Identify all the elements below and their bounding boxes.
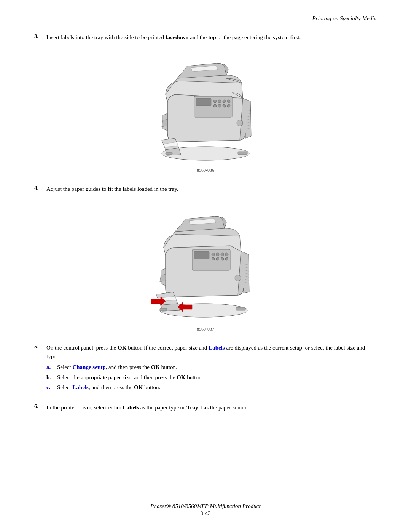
svg-rect-20 <box>166 152 172 155</box>
printer-svg-2 <box>143 204 268 322</box>
step-3-line: 3. Insert labels into the tray with the … <box>34 33 377 42</box>
svg-point-29 <box>221 257 224 260</box>
svg-rect-2 <box>196 98 211 106</box>
svg-point-24 <box>212 253 215 256</box>
sub-step-a-letter: a. <box>46 363 56 372</box>
svg-point-7 <box>218 104 221 107</box>
sub-step-b-letter: b. <box>46 373 56 382</box>
svg-point-18 <box>237 120 243 126</box>
svg-rect-19 <box>238 152 247 155</box>
footer-product-name: Phaser® 8510/8560MFP Multifunction Produ… <box>0 503 411 510</box>
step-6-block: 6. In the printer driver, select either … <box>34 403 377 412</box>
svg-rect-41 <box>160 308 167 311</box>
svg-rect-40 <box>236 307 245 310</box>
sub-step-c-text: Select Labels, and then press the OK but… <box>57 383 160 392</box>
step-5-number: 5. <box>34 343 45 350</box>
printer-image-2 <box>34 204 377 323</box>
step-4-number: 4. <box>34 185 45 191</box>
step-6-text: In the printer driver, select either Lab… <box>46 403 249 412</box>
step-5-substeps: a. Select Change setup, and then press t… <box>46 363 377 392</box>
labels-link-c: Labels <box>72 384 89 390</box>
step-5-text: On the control panel, press the OK butto… <box>46 343 377 361</box>
sub-step-c-letter: c. <box>46 383 56 392</box>
step-4-line: 4. Adjust the paper guides to fit the la… <box>34 185 377 193</box>
svg-point-30 <box>225 253 228 256</box>
sub-step-a: a. Select Change setup, and then press t… <box>46 363 377 372</box>
svg-point-3 <box>213 100 217 103</box>
step-5-line: 5. On the control panel, press the OK bu… <box>34 343 377 361</box>
page-header: Printing on Specialty Media <box>34 15 377 22</box>
printer-svg-1 <box>145 53 266 163</box>
page-container: Printing on Specialty Media 3. Insert la… <box>0 0 411 532</box>
sub-step-c: c. Select Labels, and then press the OK … <box>46 383 377 392</box>
svg-rect-23 <box>194 251 209 259</box>
printer-image-1 <box>34 53 377 165</box>
sub-step-b: b. Select the appropriate paper size, an… <box>46 373 377 382</box>
step-6-number: 6. <box>34 403 45 410</box>
image-caption-1: 8560-036 <box>34 168 377 173</box>
image-caption-2: 8560-037 <box>34 326 377 332</box>
svg-point-39 <box>235 275 241 281</box>
svg-point-8 <box>223 104 226 107</box>
header-title: Printing on Specialty Media <box>312 15 377 21</box>
svg-point-10 <box>227 104 230 107</box>
svg-point-4 <box>218 100 221 103</box>
step-6-line: 6. In the printer driver, select either … <box>34 403 377 412</box>
svg-point-28 <box>216 257 219 260</box>
sub-step-b-text: Select the appropriate paper size, and t… <box>57 373 203 382</box>
page-footer: Phaser® 8510/8560MFP Multifunction Produ… <box>0 503 411 517</box>
svg-point-5 <box>223 100 226 103</box>
step-3-text: Insert labels into the tray with the sid… <box>46 33 301 42</box>
step-4-block: 4. Adjust the paper guides to fit the la… <box>34 185 377 332</box>
step-5-block: 5. On the control panel, press the OK bu… <box>34 343 377 392</box>
footer-page-number: 3-43 <box>0 510 411 517</box>
svg-point-9 <box>227 100 230 103</box>
step-3-block: 3. Insert labels into the tray with the … <box>34 33 377 173</box>
svg-point-26 <box>221 253 224 256</box>
svg-point-27 <box>212 257 215 260</box>
svg-point-6 <box>213 104 217 107</box>
change-setup-link: Change setup <box>72 364 105 370</box>
step-4-text: Adjust the paper guides to fit the label… <box>46 185 178 193</box>
step-3-number: 3. <box>34 33 45 40</box>
sub-step-a-text: Select Change setup, and then press the … <box>57 363 177 372</box>
step-5-labels-link: Labels <box>209 345 225 351</box>
svg-point-25 <box>216 253 219 256</box>
svg-point-31 <box>225 257 228 260</box>
